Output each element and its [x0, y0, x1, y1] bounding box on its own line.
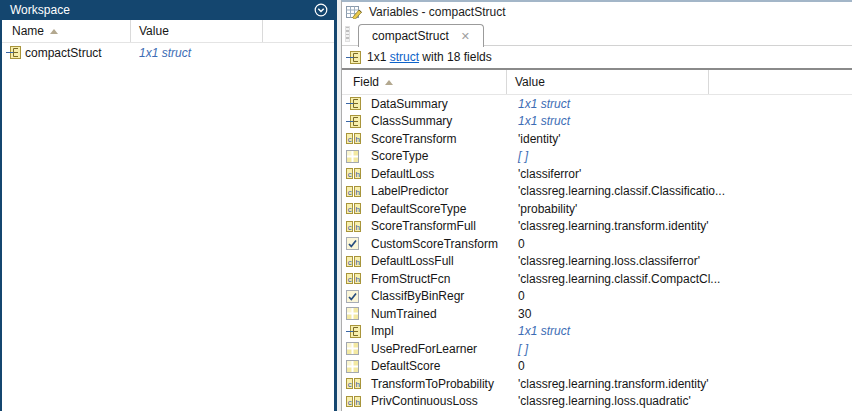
field-value: 0 — [510, 289, 852, 303]
field-name: TransformToProbability — [363, 377, 510, 391]
column-header-value[interactable]: Value — [131, 20, 263, 42]
struct-summary-text: 1x1 struct with 18 fields — [367, 50, 492, 64]
close-icon[interactable]: ✕ — [461, 31, 470, 42]
workspace-titlebar: Workspace — [2, 0, 334, 20]
sort-ascending-icon — [50, 29, 58, 34]
field-value: 30 — [510, 307, 852, 321]
table-row[interactable]: c h TransformToProbability 'classreg.lea… — [342, 375, 852, 393]
field-name: CustomScoreTransform — [363, 237, 510, 251]
table-row[interactable]: c h ScoreTransformFull 'classreg.learnin… — [342, 218, 852, 236]
field-value: 'classiferror' — [510, 167, 852, 181]
variables-panel: Variables - compactStruct compactStruct … — [341, 0, 852, 411]
table-row[interactable]: c h FromStructFcn 'classreg.learning.cla… — [342, 270, 852, 288]
workspace-row-value-cell: 1x1 struct — [131, 46, 263, 60]
field-name: UsePredForLearner — [363, 342, 510, 356]
struct-icon — [346, 115, 363, 128]
svg-text:h: h — [356, 170, 360, 179]
svg-text:h: h — [356, 397, 360, 406]
field-name: DefaultScore — [363, 359, 510, 373]
workspace-row-compactstruct[interactable]: compactStruct 1x1 struct — [2, 43, 334, 62]
char-icon: c h — [346, 220, 363, 233]
char-icon: c h — [346, 377, 363, 390]
struct-link[interactable]: struct — [390, 50, 419, 64]
field-name: DefaultLossFull — [363, 254, 510, 268]
table-row[interactable]: DefaultScore 0 — [342, 358, 852, 376]
drag-handle[interactable] — [345, 26, 350, 42]
svg-text:c: c — [348, 380, 352, 389]
field-name: LabelPredictor — [363, 184, 510, 198]
column-value-label: Value — [139, 24, 169, 38]
svg-text:h: h — [356, 380, 360, 389]
column-header-field[interactable]: Field — [342, 70, 507, 94]
circle-chevron-down-icon — [314, 3, 328, 17]
table-row[interactable]: c h DefaultLossFull 'classreg.learning.l… — [342, 253, 852, 271]
field-value: 'classreg.learning.classif.Classificatio… — [510, 184, 852, 198]
svg-text:c: c — [348, 170, 352, 179]
svg-text:h: h — [356, 275, 360, 284]
column-header-empty — [263, 20, 334, 42]
char-icon: c h — [346, 185, 363, 198]
field-value: 1x1 struct — [510, 97, 852, 111]
field-value: 0 — [510, 359, 852, 373]
field-name: DataSummary — [363, 97, 510, 111]
char-icon: c h — [346, 167, 363, 180]
tab-compactstruct[interactable]: compactStruct ✕ — [358, 24, 484, 47]
field-name: DefaultLoss — [363, 167, 510, 181]
svg-text:c: c — [348, 257, 352, 266]
table-row[interactable]: c h ScoreTransform 'identity' — [342, 130, 852, 148]
tab-label: compactStruct — [372, 29, 449, 43]
matrix-icon — [346, 150, 363, 163]
char-icon: c h — [346, 272, 363, 285]
svg-text:h: h — [356, 135, 360, 144]
variables-table-body: DataSummary 1x1 struct ClassSummary 1x1 … — [342, 95, 852, 410]
field-value: 'classreg.learning.loss.classiferror' — [510, 254, 852, 268]
field-value: [ ] — [510, 149, 852, 163]
table-row[interactable]: c h LabelPredictor 'classreg.learning.cl… — [342, 183, 852, 201]
column-value-label: Value — [515, 75, 545, 89]
field-name: ClassifByBinRegr — [363, 289, 510, 303]
column-header-value[interactable]: Value — [507, 70, 709, 94]
field-value: 'classreg.learning.loss.quadratic' — [510, 394, 852, 408]
variables-column-header: Field Value — [342, 70, 852, 95]
table-row[interactable]: NumTrained 30 — [342, 305, 852, 323]
variables-titlebar: Variables - compactStruct — [342, 2, 852, 22]
table-row[interactable]: c h DefaultLoss 'classiferror' — [342, 165, 852, 183]
table-row[interactable]: ClassSummary 1x1 struct — [342, 113, 852, 131]
field-name: Impl — [363, 324, 510, 338]
field-value: 0 — [510, 237, 852, 251]
table-row[interactable]: ClassifByBinRegr 0 — [342, 288, 852, 306]
field-name: ScoreTransform — [363, 132, 510, 146]
table-row[interactable]: CustomScoreTransform 0 — [342, 235, 852, 253]
struct-summary-row: 1x1 struct with 18 fields — [342, 46, 852, 68]
summary-suffix: with 18 fields — [419, 50, 492, 64]
table-row[interactable]: Impl 1x1 struct — [342, 323, 852, 341]
table-row[interactable]: c h DefaultScoreType 'probability' — [342, 200, 852, 218]
workspace-panel: Workspace Name Value compactStruct 1x1 s… — [0, 0, 337, 411]
svg-text:h: h — [356, 222, 360, 231]
table-row[interactable]: c h PrivContinuousLoss 'classreg.learnin… — [342, 393, 852, 411]
variables-title: Variables - compactStruct — [369, 5, 506, 19]
table-row[interactable]: UsePredForLearner [ ] — [342, 340, 852, 358]
char-icon: c h — [346, 132, 363, 145]
field-value: 1x1 struct — [510, 114, 852, 128]
field-value: 1x1 struct — [510, 324, 852, 338]
column-name-label: Name — [12, 24, 44, 38]
workspace-menu-button[interactable] — [313, 3, 328, 18]
column-header-name[interactable]: Name — [2, 20, 131, 42]
workspace-row-name-cell: compactStruct — [2, 46, 131, 60]
matrix-icon — [346, 360, 363, 373]
field-name: NumTrained — [363, 307, 510, 321]
field-name: DefaultScoreType — [363, 202, 510, 216]
workspace-column-header: Name Value — [2, 20, 334, 43]
char-icon: c h — [346, 395, 363, 408]
field-value: [ ] — [510, 342, 852, 356]
struct-icon — [346, 97, 363, 110]
table-row[interactable]: DataSummary 1x1 struct — [342, 95, 852, 113]
field-value: 'probability' — [510, 202, 852, 216]
svg-text:h: h — [356, 205, 360, 214]
matrix-icon — [346, 342, 363, 355]
column-field-label: Field — [353, 75, 379, 89]
field-name: PrivContinuousLoss — [363, 394, 510, 408]
table-row[interactable]: ScoreType [ ] — [342, 148, 852, 166]
field-name: ScoreType — [363, 149, 510, 163]
